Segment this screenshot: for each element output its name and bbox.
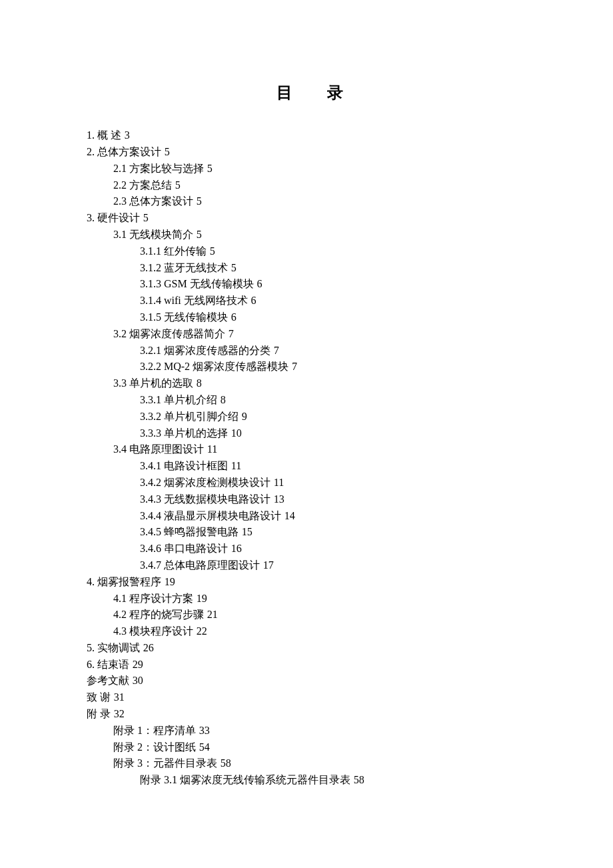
toc-entry-text: 4.2 程序的烧写步骤 xyxy=(113,609,204,620)
toc-entry-text: 4.3 模块程序设计 xyxy=(113,625,193,637)
toc-entry-text: 3.4.2 烟雾浓度检测模块设计 xyxy=(140,477,271,488)
toc-entry-page: 5 xyxy=(231,262,237,273)
toc-entry-page: 11 xyxy=(274,477,284,488)
toc-entry-page: 19 xyxy=(165,576,175,587)
toc-entry-page: 26 xyxy=(143,642,154,653)
toc-entry-page: 14 xyxy=(285,510,295,521)
toc-entry-text: 3.3 单片机的选取 xyxy=(113,377,193,389)
toc-entry: 3.2.2 MQ-2 烟雾浓度传感器模块7 xyxy=(87,359,533,375)
toc-entry: 3.4.1 电路设计框图11 xyxy=(87,458,533,475)
toc-entry-page: 11 xyxy=(231,460,241,471)
toc-entry: 附录 3.1 烟雾浓度无线传输系统元器件目录表58 xyxy=(87,772,533,789)
toc-entry: 3. 硬件设计5 xyxy=(87,210,533,227)
toc-entry-page: 6 xyxy=(257,278,262,289)
toc-entry-text: 致 谢 xyxy=(87,691,111,703)
toc-entry: 3.3.3 单片机的选择10 xyxy=(87,425,533,442)
toc-entry-page: 5 xyxy=(143,212,149,223)
toc-entry-page: 19 xyxy=(197,593,207,604)
toc-entry: 2.2 方案总结5 xyxy=(87,177,533,194)
toc-entry-text: 附录 2：设计图纸 xyxy=(113,741,196,753)
page-title: 目录 xyxy=(87,80,533,105)
toc-entry: 4.1 程序设计方案19 xyxy=(87,591,533,607)
toc-entry-text: 3.1.4 wifi 无线网络技术 xyxy=(140,295,248,306)
title-char-1: 目 xyxy=(277,83,293,101)
toc-entry-page: 7 xyxy=(229,328,234,339)
toc-entry: 3.4.7 总体电路原理图设计17 xyxy=(87,557,533,574)
toc-entry-page: 11 xyxy=(207,443,217,455)
toc-entry-page: 30 xyxy=(133,675,143,686)
toc-entry: 3.4 电路原理图设计11 xyxy=(87,441,533,458)
toc-entry-page: 31 xyxy=(114,691,125,703)
toc-entry-text: 3.4.4 液晶显示屏模块电路设计 xyxy=(140,510,281,521)
toc-entry: 3.4.3 无线数据模块电路设计13 xyxy=(87,491,533,508)
toc-entry-text: 3.3.2 单片机引脚介绍 xyxy=(140,411,239,422)
toc-entry: 2. 总体方案设计5 xyxy=(87,144,533,161)
toc-entry-text: 附录 3：元器件目录表 xyxy=(113,757,217,769)
toc-entry-page: 22 xyxy=(197,625,207,637)
toc-entry-text: 3.4 电路原理图设计 xyxy=(113,443,204,455)
toc-entry: 附录 2：设计图纸54 xyxy=(87,739,533,756)
toc-entry-text: 5. 实物调试 xyxy=(87,642,140,653)
toc-entry: 3.1.1 红外传输5 xyxy=(87,243,533,260)
toc-entry-page: 58 xyxy=(354,774,364,785)
toc-entry-page: 5 xyxy=(175,179,181,191)
toc-entry-text: 3.2.1 烟雾浓度传感器的分类 xyxy=(140,345,271,356)
toc-entry: 致 谢31 xyxy=(87,689,533,706)
toc-entry-page: 8 xyxy=(197,377,202,389)
toc-entry: 3.4.6 串口电路设计16 xyxy=(87,541,533,557)
toc-entry: 2.1 方案比较与选择5 xyxy=(87,161,533,177)
toc-entry-page: 7 xyxy=(274,345,279,356)
toc-entry-text: 附录 1：程序清单 xyxy=(113,725,196,736)
toc-entry-page: 10 xyxy=(231,427,242,439)
toc-entry-text: 3.2.2 MQ-2 烟雾浓度传感器模块 xyxy=(140,361,289,372)
toc-entry-page: 5 xyxy=(197,195,202,207)
toc-entry: 3.1.5 无线传输模块6 xyxy=(87,309,533,326)
toc-entry: 4.2 程序的烧写步骤21 xyxy=(87,607,533,623)
toc-entry-text: 3.1 无线模块简介 xyxy=(113,229,193,240)
toc-entry-page: 8 xyxy=(221,394,226,405)
toc-entry-text: 3.4.6 串口电路设计 xyxy=(140,543,228,554)
toc-entry-text: 2. 总体方案设计 xyxy=(87,146,161,157)
toc-entry: 5. 实物调试26 xyxy=(87,640,533,657)
toc-entry-page: 58 xyxy=(221,757,231,769)
toc-entry: 附 录32 xyxy=(87,706,533,723)
toc-entry-text: 3.1.2 蓝牙无线技术 xyxy=(140,262,228,273)
toc-entry: 3.3.2 单片机引脚介绍9 xyxy=(87,409,533,425)
toc-entry: 3.1.3 GSM 无线传输模块6 xyxy=(87,276,533,293)
toc-entry-text: 3. 硬件设计 xyxy=(87,212,140,223)
toc-entry-text: 3.1.3 GSM 无线传输模块 xyxy=(140,278,254,289)
toc-entry-text: 2.3 总体方案设计 xyxy=(113,195,193,207)
toc-entry-page: 21 xyxy=(207,609,218,620)
toc-entry: 3.4.2 烟雾浓度检测模块设计11 xyxy=(87,475,533,491)
toc-entry-text: 参考文献 xyxy=(87,675,129,686)
toc-entry-text: 4. 烟雾报警程序 xyxy=(87,576,161,587)
toc-entry-text: 3.2 烟雾浓度传感器简介 xyxy=(113,328,225,339)
toc-entry-page: 32 xyxy=(114,708,125,719)
toc-entry-page: 6 xyxy=(251,295,257,306)
toc-entry-text: 2.1 方案比较与选择 xyxy=(113,163,204,174)
toc-entry-text: 1. 概 述 xyxy=(87,129,121,141)
toc-entry-page: 17 xyxy=(263,559,274,571)
toc-entry: 6. 结束语29 xyxy=(87,657,533,673)
toc-entry: 4.3 模块程序设计22 xyxy=(87,623,533,640)
toc-entry-page: 54 xyxy=(199,741,210,753)
toc-entry-text: 3.4.5 蜂鸣器报警电路 xyxy=(140,526,239,537)
toc-entry: 3.2 烟雾浓度传感器简介7 xyxy=(87,326,533,343)
toc-entry-text: 2.2 方案总结 xyxy=(113,179,172,191)
toc-entry-text: 3.3.3 单片机的选择 xyxy=(140,427,228,439)
toc-entry-text: 附 录 xyxy=(87,708,111,719)
toc-entry: 1. 概 述3 xyxy=(87,127,533,144)
toc-entry-page: 15 xyxy=(242,526,253,537)
toc-entry: 参考文献30 xyxy=(87,673,533,689)
table-of-contents: 1. 概 述32. 总体方案设计52.1 方案比较与选择52.2 方案总结52.… xyxy=(87,127,533,789)
toc-entry-text: 3.4.3 无线数据模块电路设计 xyxy=(140,493,271,505)
toc-entry-text: 3.4.7 总体电路原理图设计 xyxy=(140,559,260,571)
toc-entry-page: 13 xyxy=(274,493,285,505)
toc-entry: 3.1.2 蓝牙无线技术5 xyxy=(87,260,533,277)
toc-entry-page: 5 xyxy=(165,146,170,157)
toc-entry-page: 5 xyxy=(210,245,215,257)
toc-entry: 4. 烟雾报警程序19 xyxy=(87,574,533,591)
toc-entry-text: 3.3.1 单片机介绍 xyxy=(140,394,217,405)
toc-entry-page: 5 xyxy=(197,229,202,240)
toc-entry: 2.3 总体方案设计5 xyxy=(87,193,533,210)
